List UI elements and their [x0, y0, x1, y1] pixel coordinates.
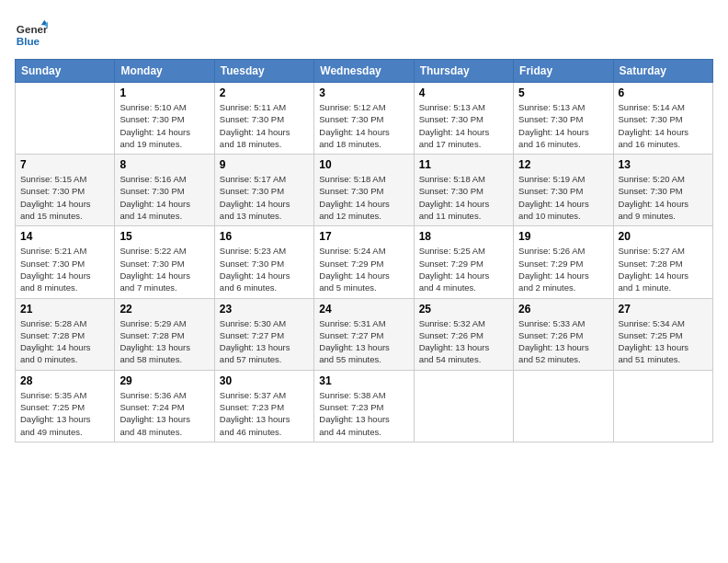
- day-number: 24: [319, 303, 408, 316]
- calendar-cell: 29Sunrise: 5:36 AM Sunset: 7:24 PM Dayli…: [115, 370, 214, 442]
- day-info: Sunrise: 5:33 AM Sunset: 7:26 PM Dayligh…: [518, 317, 608, 366]
- day-info: Sunrise: 5:10 AM Sunset: 7:30 PM Dayligh…: [119, 101, 209, 150]
- day-info: Sunrise: 5:13 AM Sunset: 7:30 PM Dayligh…: [419, 101, 508, 150]
- day-info: Sunrise: 5:23 AM Sunset: 7:30 PM Dayligh…: [220, 245, 309, 293]
- calendar-cell: 23Sunrise: 5:30 AM Sunset: 7:27 PM Dayli…: [214, 298, 313, 370]
- day-info: Sunrise: 5:19 AM Sunset: 7:30 PM Dayligh…: [518, 173, 608, 222]
- day-info: Sunrise: 5:37 AM Sunset: 7:23 PM Dayligh…: [220, 389, 309, 438]
- calendar-cell: 20Sunrise: 5:27 AM Sunset: 7:28 PM Dayli…: [613, 226, 712, 298]
- day-number: 5: [518, 86, 608, 99]
- calendar-cell: 16Sunrise: 5:23 AM Sunset: 7:30 PM Dayli…: [214, 226, 313, 298]
- day-number: 22: [119, 303, 209, 316]
- col-header-friday: Friday: [514, 60, 613, 83]
- day-info: Sunrise: 5:25 AM Sunset: 7:29 PM Dayligh…: [419, 245, 508, 293]
- calendar-cell: 25Sunrise: 5:32 AM Sunset: 7:26 PM Dayli…: [414, 298, 513, 370]
- calendar-cell: 10Sunrise: 5:18 AM Sunset: 7:30 PM Dayli…: [314, 155, 414, 226]
- day-info: Sunrise: 5:24 AM Sunset: 7:29 PM Dayligh…: [319, 245, 408, 293]
- calendar-cell: 7Sunrise: 5:15 AM Sunset: 7:30 PM Daylig…: [16, 155, 115, 226]
- day-number: 16: [220, 230, 309, 243]
- day-info: Sunrise: 5:35 AM Sunset: 7:25 PM Dayligh…: [20, 389, 109, 438]
- day-number: 4: [419, 86, 508, 99]
- day-number: 26: [518, 303, 608, 316]
- day-info: Sunrise: 5:21 AM Sunset: 7:30 PM Dayligh…: [20, 245, 109, 293]
- day-info: Sunrise: 5:13 AM Sunset: 7:30 PM Dayligh…: [518, 101, 608, 150]
- day-number: 1: [119, 86, 209, 99]
- day-info: Sunrise: 5:14 AM Sunset: 7:30 PM Dayligh…: [619, 101, 708, 150]
- calendar-cell: 31Sunrise: 5:38 AM Sunset: 7:23 PM Dayli…: [314, 370, 414, 442]
- calendar-cell: 9Sunrise: 5:17 AM Sunset: 7:30 PM Daylig…: [214, 155, 313, 226]
- col-header-thursday: Thursday: [414, 60, 513, 83]
- day-number: 21: [20, 303, 109, 316]
- col-header-tuesday: Tuesday: [214, 60, 313, 83]
- day-info: Sunrise: 5:30 AM Sunset: 7:27 PM Dayligh…: [220, 317, 309, 366]
- day-info: Sunrise: 5:12 AM Sunset: 7:30 PM Dayligh…: [319, 101, 408, 150]
- day-number: 25: [419, 303, 508, 316]
- day-number: 29: [119, 374, 209, 387]
- calendar-cell: 19Sunrise: 5:26 AM Sunset: 7:29 PM Dayli…: [514, 226, 613, 298]
- logo: General Blue: [15, 18, 51, 52]
- day-info: Sunrise: 5:22 AM Sunset: 7:30 PM Dayligh…: [119, 245, 209, 293]
- day-number: 15: [119, 230, 209, 243]
- day-number: 27: [619, 303, 708, 316]
- calendar-cell: 4Sunrise: 5:13 AM Sunset: 7:30 PM Daylig…: [414, 83, 513, 155]
- day-info: Sunrise: 5:27 AM Sunset: 7:28 PM Dayligh…: [619, 245, 708, 293]
- day-number: 30: [220, 374, 309, 387]
- calendar-cell: 5Sunrise: 5:13 AM Sunset: 7:30 PM Daylig…: [514, 83, 613, 155]
- calendar-cell: 14Sunrise: 5:21 AM Sunset: 7:30 PM Dayli…: [16, 226, 115, 298]
- calendar-cell: 3Sunrise: 5:12 AM Sunset: 7:30 PM Daylig…: [314, 83, 414, 155]
- day-number: 6: [619, 86, 708, 99]
- col-header-saturday: Saturday: [613, 60, 712, 83]
- day-info: Sunrise: 5:28 AM Sunset: 7:28 PM Dayligh…: [20, 317, 109, 366]
- day-number: 19: [518, 230, 608, 243]
- col-header-sunday: Sunday: [16, 60, 115, 83]
- calendar-cell: 22Sunrise: 5:29 AM Sunset: 7:28 PM Dayli…: [115, 298, 214, 370]
- day-info: Sunrise: 5:31 AM Sunset: 7:27 PM Dayligh…: [319, 317, 408, 366]
- day-number: 9: [220, 158, 309, 171]
- day-number: 14: [20, 230, 109, 243]
- day-info: Sunrise: 5:36 AM Sunset: 7:24 PM Dayligh…: [119, 389, 209, 438]
- day-number: 7: [20, 158, 109, 171]
- day-info: Sunrise: 5:20 AM Sunset: 7:30 PM Dayligh…: [619, 173, 708, 222]
- day-info: Sunrise: 5:34 AM Sunset: 7:25 PM Dayligh…: [619, 317, 708, 366]
- calendar-cell: [414, 370, 513, 442]
- calendar-cell: 2Sunrise: 5:11 AM Sunset: 7:30 PM Daylig…: [214, 83, 313, 155]
- day-number: 3: [319, 86, 408, 99]
- day-number: 20: [619, 230, 708, 243]
- svg-text:Blue: Blue: [17, 35, 40, 47]
- calendar-cell: 8Sunrise: 5:16 AM Sunset: 7:30 PM Daylig…: [115, 155, 214, 226]
- calendar-cell: 1Sunrise: 5:10 AM Sunset: 7:30 PM Daylig…: [115, 83, 214, 155]
- day-info: Sunrise: 5:16 AM Sunset: 7:30 PM Dayligh…: [119, 173, 209, 222]
- day-info: Sunrise: 5:38 AM Sunset: 7:23 PM Dayligh…: [319, 389, 408, 438]
- day-info: Sunrise: 5:17 AM Sunset: 7:30 PM Dayligh…: [220, 173, 309, 222]
- day-number: 18: [419, 230, 508, 243]
- calendar-cell: [613, 370, 712, 442]
- calendar-cell: 18Sunrise: 5:25 AM Sunset: 7:29 PM Dayli…: [414, 226, 513, 298]
- calendar-cell: 24Sunrise: 5:31 AM Sunset: 7:27 PM Dayli…: [314, 298, 414, 370]
- day-info: Sunrise: 5:29 AM Sunset: 7:28 PM Dayligh…: [119, 317, 209, 366]
- day-info: Sunrise: 5:32 AM Sunset: 7:26 PM Dayligh…: [419, 317, 508, 366]
- day-number: 31: [319, 374, 408, 387]
- calendar-cell: 11Sunrise: 5:18 AM Sunset: 7:30 PM Dayli…: [414, 155, 513, 226]
- day-number: 2: [220, 86, 309, 99]
- calendar-cell: 21Sunrise: 5:28 AM Sunset: 7:28 PM Dayli…: [16, 298, 115, 370]
- calendar-cell: [16, 83, 115, 155]
- calendar-cell: [514, 370, 613, 442]
- calendar-cell: 13Sunrise: 5:20 AM Sunset: 7:30 PM Dayli…: [613, 155, 712, 226]
- calendar-cell: 27Sunrise: 5:34 AM Sunset: 7:25 PM Dayli…: [613, 298, 712, 370]
- logo-icon: General Blue: [15, 18, 48, 52]
- day-info: Sunrise: 5:15 AM Sunset: 7:30 PM Dayligh…: [20, 173, 109, 222]
- day-info: Sunrise: 5:18 AM Sunset: 7:30 PM Dayligh…: [319, 173, 408, 222]
- day-info: Sunrise: 5:26 AM Sunset: 7:29 PM Dayligh…: [518, 245, 608, 293]
- calendar-cell: 26Sunrise: 5:33 AM Sunset: 7:26 PM Dayli…: [514, 298, 613, 370]
- day-number: 17: [319, 230, 408, 243]
- calendar-cell: 12Sunrise: 5:19 AM Sunset: 7:30 PM Dayli…: [514, 155, 613, 226]
- calendar-cell: 6Sunrise: 5:14 AM Sunset: 7:30 PM Daylig…: [613, 83, 712, 155]
- calendar-cell: 17Sunrise: 5:24 AM Sunset: 7:29 PM Dayli…: [314, 226, 414, 298]
- calendar-cell: 28Sunrise: 5:35 AM Sunset: 7:25 PM Dayli…: [16, 370, 115, 442]
- day-number: 23: [220, 303, 309, 316]
- day-info: Sunrise: 5:11 AM Sunset: 7:30 PM Dayligh…: [220, 101, 309, 150]
- day-info: Sunrise: 5:18 AM Sunset: 7:30 PM Dayligh…: [419, 173, 508, 222]
- calendar-cell: 30Sunrise: 5:37 AM Sunset: 7:23 PM Dayli…: [214, 370, 313, 442]
- page-header: General Blue: [15, 15, 713, 52]
- col-header-wednesday: Wednesday: [314, 60, 414, 83]
